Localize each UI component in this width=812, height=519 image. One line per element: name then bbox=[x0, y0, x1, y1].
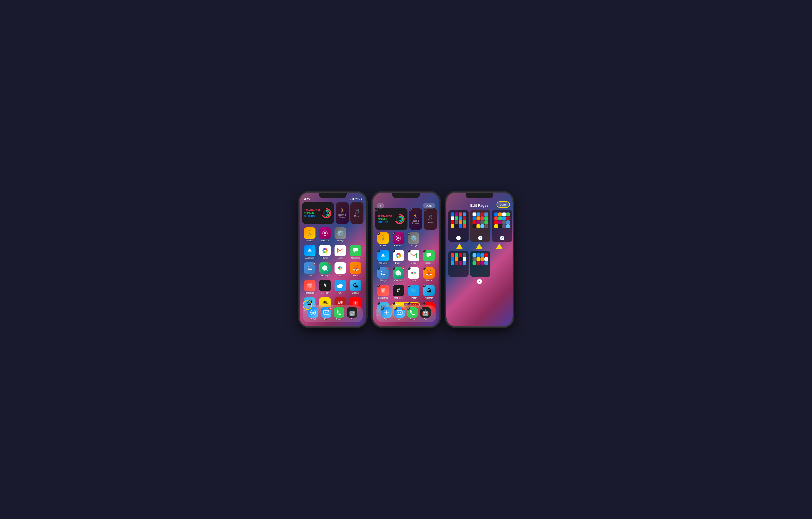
settings-minus[interactable] bbox=[408, 232, 411, 235]
photos-app[interactable]: Photos bbox=[318, 245, 332, 259]
appstore-app-edit[interactable]: App Store bbox=[376, 250, 390, 264]
phone-label-edit: Phone bbox=[410, 318, 415, 320]
fitness-minus[interactable] bbox=[377, 232, 380, 235]
mail-dock-icon-edit: 16 bbox=[395, 307, 405, 318]
pt2-a11 bbox=[481, 220, 484, 224]
mail-label-edit: Mail bbox=[398, 318, 401, 320]
whatsapp-minus[interactable] bbox=[393, 267, 396, 270]
app-row-2-4: 21 Fantastical # MacHash bbox=[376, 285, 436, 299]
music-widget-2[interactable]: 🎵 Music bbox=[424, 208, 437, 230]
things-app[interactable]: 3 Things bbox=[303, 262, 317, 277]
done-button-3[interactable]: Done bbox=[496, 201, 510, 208]
bot-dock-icon-edit: 🤖 bbox=[420, 307, 431, 318]
things-app-edit[interactable]: 3 Things bbox=[376, 267, 390, 281]
firefox-app[interactable]: 🦊 Firefox bbox=[349, 262, 362, 277]
fitness-widget-2[interactable]: 129/440KCAL 2/30MIN 5/12HRS bbox=[375, 208, 407, 230]
svg-rect-53 bbox=[381, 274, 382, 275]
music-widget-1[interactable]: 🎵 Music bbox=[350, 202, 364, 224]
podcasts-minus[interactable] bbox=[393, 232, 396, 235]
firefox-minus[interactable] bbox=[423, 267, 426, 270]
health-fitness-widget-2[interactable]: 🏃 Health & Fitness bbox=[409, 208, 422, 230]
page-4-container[interactable] bbox=[448, 251, 469, 277]
fantastical-minus[interactable] bbox=[377, 285, 380, 288]
machash-label: MacHash bbox=[321, 292, 329, 294]
health-fitness-widget-1[interactable]: 🏃 Health & Fitness bbox=[336, 202, 349, 224]
weather-minus[interactable] bbox=[423, 285, 426, 288]
safari-dock-edit[interactable]: Safari bbox=[381, 307, 392, 320]
svg-rect-67 bbox=[414, 273, 416, 274]
gmail-app-edit[interactable]: Gmail bbox=[407, 250, 420, 264]
safari-dock-label: Safari bbox=[311, 318, 316, 320]
pt1-a9 bbox=[451, 220, 454, 224]
mail-dock-minus[interactable] bbox=[395, 307, 397, 310]
weather-app[interactable]: 🌤 Weather bbox=[349, 280, 362, 294]
fitness-widget-1[interactable]: 129/440KCAL 2/30MIN 5/12HRS bbox=[302, 202, 334, 224]
whatsapp-app-edit[interactable]: 1 WhatsApp bbox=[392, 267, 405, 281]
podcasts-app-edit[interactable]: Podcasts bbox=[392, 232, 405, 247]
phone-dock-label: Phone bbox=[336, 318, 342, 320]
weather-app-edit[interactable]: 🌤 Weather bbox=[422, 285, 436, 299]
slack-minus[interactable] bbox=[408, 267, 411, 270]
machash-app-edit[interactable]: # MacHash bbox=[392, 285, 405, 299]
done-button-2[interactable]: Done bbox=[423, 203, 435, 209]
firefox-app-edit[interactable]: 🦊 Firefox bbox=[422, 267, 436, 281]
pt4-a8 bbox=[463, 257, 466, 261]
twitter-app[interactable]: Twitter bbox=[333, 280, 347, 294]
pt5-a1 bbox=[472, 253, 476, 257]
mail-dock-edit[interactable]: 16 Mail bbox=[394, 307, 405, 320]
settings-app[interactable]: ⚙️ Settings bbox=[333, 227, 347, 242]
fantastical-icon: 21 bbox=[304, 280, 316, 291]
settings-app-edit[interactable]: ⚙️ Settings bbox=[407, 232, 420, 247]
messages-app[interactable]: Messages bbox=[349, 245, 362, 259]
svg-rect-62 bbox=[414, 272, 414, 273]
messages-icon bbox=[350, 245, 361, 256]
health-fitness-icon-2: 🏃 bbox=[413, 214, 418, 219]
page-thumb-content-5 bbox=[471, 252, 489, 266]
phone-2: + Done 129/440KCAL 2/30MIN 5/12HRS bbox=[372, 192, 440, 327]
mail-dock-app[interactable]: 16 Mail bbox=[321, 307, 332, 320]
pt1-a3 bbox=[459, 213, 462, 216]
phone-dock-edit[interactable]: Phone bbox=[407, 307, 418, 320]
pt1-a6 bbox=[455, 216, 458, 220]
page-2-container[interactable]: ✓ bbox=[470, 210, 490, 242]
messages-minus[interactable] bbox=[423, 250, 426, 252]
safari-dock-app[interactable]: Safari bbox=[308, 307, 319, 320]
machash-minus[interactable] bbox=[393, 285, 396, 288]
status-time-1: 15:00 bbox=[303, 197, 310, 200]
gmail-app[interactable]: Gmail bbox=[333, 245, 347, 259]
battery-icon: ▮ bbox=[361, 198, 362, 200]
slack-app-edit[interactable]: Slack bbox=[407, 267, 420, 281]
pt2-a3 bbox=[481, 213, 484, 216]
appstore-minus[interactable] bbox=[377, 250, 380, 252]
bot-dock-edit[interactable]: 🤖 Bot bbox=[420, 307, 431, 320]
photos-app-edit[interactable]: Photos bbox=[392, 250, 405, 264]
messages-app-edit[interactable]: Messages bbox=[422, 250, 436, 264]
pt4-a1 bbox=[451, 253, 454, 257]
slack-app[interactable]: Slack bbox=[333, 262, 347, 277]
page-2-checkmark: ✓ bbox=[478, 236, 483, 240]
app-row-1-2: App Store bbox=[303, 245, 363, 259]
bot-dock-app[interactable]: 🤖 Bot bbox=[347, 307, 358, 320]
twitter-app-edit[interactable]: 🐦 Twitter bbox=[407, 285, 420, 299]
podcasts-app[interactable]: Podcasts bbox=[318, 227, 332, 242]
pt3-a13 bbox=[494, 224, 498, 228]
machash-app[interactable]: # MacHash bbox=[318, 280, 332, 294]
fitness-app-edit[interactable]: 🏃 Fitness bbox=[376, 232, 390, 247]
things-minus[interactable] bbox=[377, 267, 380, 270]
page-1-container[interactable]: ✓ bbox=[448, 210, 469, 242]
add-page-button[interactable]: + bbox=[377, 203, 384, 209]
appstore-app[interactable]: App Store bbox=[303, 245, 317, 259]
page-5-container[interactable] bbox=[470, 251, 490, 277]
twitter-minus[interactable] bbox=[408, 285, 411, 288]
phone-dock-app[interactable]: Phone bbox=[334, 307, 345, 320]
gmail-minus[interactable] bbox=[408, 250, 411, 252]
bot-dock-minus[interactable] bbox=[420, 307, 423, 310]
fantastical-app[interactable]: 21 Fantastical bbox=[303, 280, 317, 294]
top-bar-2: + Done bbox=[373, 201, 439, 210]
page-3-container[interactable]: ✓ bbox=[492, 210, 512, 242]
fitness-app[interactable]: 🏃 Fitness bbox=[303, 227, 317, 242]
phone-dock-minus[interactable] bbox=[407, 307, 410, 310]
whatsapp-app[interactable]: 1 WhatsApp bbox=[318, 262, 332, 277]
whatsapp-icon-edit: 1 bbox=[393, 267, 404, 279]
fantastical-app-edit[interactable]: 21 Fantastical bbox=[376, 285, 390, 299]
